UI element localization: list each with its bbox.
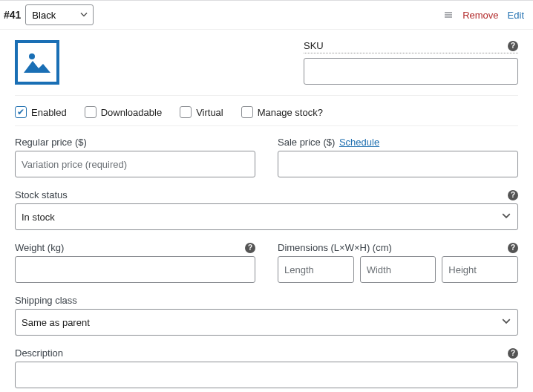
weight-label: Weight (kg) xyxy=(15,242,64,253)
help-icon[interactable]: ? xyxy=(508,41,518,51)
sale-price-input[interactable] xyxy=(278,151,518,177)
edit-link[interactable]: Edit xyxy=(508,10,524,21)
virtual-checkbox-label[interactable]: Virtual xyxy=(180,106,223,118)
stock-status-label: Stock status xyxy=(15,189,68,200)
description-input[interactable] xyxy=(15,362,518,388)
sku-input[interactable] xyxy=(304,58,518,85)
image-placeholder-icon xyxy=(22,48,52,77)
manage-stock-checkbox[interactable] xyxy=(241,106,253,118)
dimension-width-input[interactable] xyxy=(360,256,436,283)
schedule-link[interactable]: Schedule xyxy=(339,137,379,148)
variation-image-upload[interactable] xyxy=(15,40,59,85)
virtual-checkbox[interactable] xyxy=(180,106,192,118)
enabled-checkbox[interactable] xyxy=(15,106,27,118)
dimension-length-input[interactable] xyxy=(278,256,354,283)
remove-link[interactable]: Remove xyxy=(462,10,498,21)
regular-price-input[interactable] xyxy=(15,151,255,177)
manage-stock-checkbox-label[interactable]: Manage stock? xyxy=(241,106,323,118)
help-icon[interactable]: ? xyxy=(508,243,518,253)
enabled-checkbox-label[interactable]: Enabled xyxy=(15,106,67,118)
dimension-height-input[interactable] xyxy=(442,256,518,283)
reorder-handle-icon[interactable] xyxy=(443,10,454,20)
shipping-class-label: Shipping class xyxy=(15,295,77,306)
help-icon[interactable]: ? xyxy=(508,348,518,359)
variation-attribute-select[interactable]: Black xyxy=(25,4,94,25)
shipping-class-select[interactable]: Same as parent xyxy=(15,309,518,336)
downloadable-checkbox-label[interactable]: Downloadable xyxy=(85,106,162,118)
help-icon[interactable]: ? xyxy=(245,243,255,253)
help-icon[interactable]: ? xyxy=(508,190,518,200)
stock-status-select[interactable]: In stock xyxy=(15,203,518,230)
regular-price-label: Regular price ($) xyxy=(15,137,87,148)
dimensions-label: Dimensions (L×W×H) (cm) xyxy=(278,242,392,253)
description-label: Description xyxy=(15,347,63,359)
sku-label: SKU xyxy=(304,40,324,51)
weight-input[interactable] xyxy=(15,256,255,283)
svg-point-1 xyxy=(29,53,35,59)
variation-id: #41 xyxy=(4,9,21,21)
downloadable-checkbox[interactable] xyxy=(85,106,97,118)
sale-price-label: Sale price ($) xyxy=(278,137,335,148)
